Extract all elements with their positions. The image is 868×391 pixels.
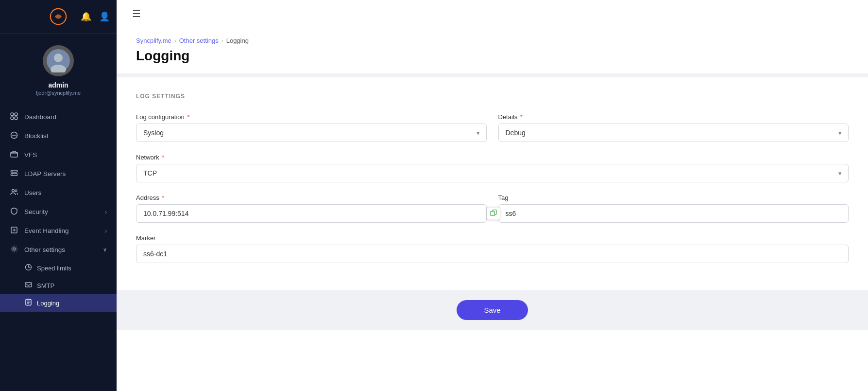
user-profile-icon[interactable]: 👤	[98, 10, 111, 23]
user-email: fjodr@syncplify.me	[36, 90, 81, 96]
sidebar-item-other-settings[interactable]: Other settings ∨	[0, 240, 117, 259]
page-title: Logging	[117, 46, 868, 73]
sidebar-item-blocklist[interactable]: Blocklist	[0, 126, 117, 145]
section-divider	[117, 73, 868, 77]
other-settings-icon	[10, 245, 18, 254]
log-config-select[interactable]: Syslog File Database	[136, 124, 487, 142]
sidebar: 🔔 👤 admin fjodr@syncplify.me Dashboard B…	[0, 0, 117, 391]
sidebar-item-dashboard[interactable]: Dashboard	[0, 107, 117, 126]
tag-input[interactable]	[498, 204, 849, 223]
sidebar-item-security[interactable]: Security ›	[0, 202, 117, 221]
svg-point-4	[11, 113, 14, 116]
users-icon	[10, 188, 18, 197]
sidebar-item-event-handling[interactable]: Event Handling ›	[0, 221, 117, 240]
blocklist-label: Blocklist	[24, 132, 49, 140]
svg-point-15	[12, 190, 15, 192]
smtp-icon	[24, 281, 32, 290]
save-bar: Save	[117, 290, 868, 330]
dashboard-icon	[10, 112, 18, 122]
users-label: Users	[24, 189, 41, 196]
log-config-details-row: Log configuration * Syslog File Database	[136, 113, 849, 142]
marker-group: Marker	[136, 234, 849, 263]
main-area: ☰ Syncplify.me › Other settings › Loggin…	[117, 0, 868, 391]
security-chevron-icon: ›	[105, 209, 107, 215]
details-label: Details *	[498, 113, 849, 121]
hamburger-button[interactable]: ☰	[128, 6, 145, 21]
tag-label: Tag	[498, 194, 849, 201]
address-input-wrapper	[136, 204, 487, 223]
breadcrumb-parent[interactable]: Other settings	[179, 37, 219, 44]
breadcrumb-sep-1: ›	[174, 37, 176, 44]
sidebar-item-users[interactable]: Users	[0, 183, 117, 202]
svg-point-14	[12, 174, 13, 175]
marker-input[interactable]	[136, 245, 849, 263]
logging-label: Logging	[37, 300, 59, 307]
log-config-group: Log configuration * Syslog File Database	[136, 113, 487, 142]
other-settings-chevron-icon: ∨	[103, 247, 107, 253]
network-row: Network * TCP UDP	[136, 154, 849, 182]
dashboard-label: Dashboard	[24, 113, 56, 121]
section-label: LOG SETTINGS	[136, 93, 849, 100]
user-name: admin	[48, 81, 68, 89]
sidebar-item-vfs[interactable]: VFS	[0, 145, 117, 164]
blocklist-icon	[10, 131, 18, 141]
logging-icon	[24, 299, 32, 307]
address-copy-button[interactable]	[487, 207, 500, 220]
network-select[interactable]: TCP UDP	[136, 164, 849, 182]
marker-label: Marker	[136, 234, 849, 242]
svg-point-2	[54, 53, 63, 62]
sidebar-action-icons: 🔔 👤	[80, 10, 111, 23]
security-icon	[10, 207, 18, 216]
form-section: LOG SETTINGS Log configuration * Syslog …	[117, 77, 868, 290]
svg-point-6	[11, 117, 14, 120]
tag-group: Tag	[498, 194, 849, 223]
breadcrumb-current: Logging	[226, 37, 249, 44]
notification-icon[interactable]: 🔔	[80, 10, 92, 23]
save-button[interactable]: Save	[457, 300, 528, 320]
breadcrumb-home[interactable]: Syncplify.me	[136, 37, 171, 44]
sidebar-item-ldap[interactable]: LDAP Servers	[0, 164, 117, 183]
breadcrumb: Syncplify.me › Other settings › Logging	[117, 27, 868, 46]
details-select-wrapper: Debug Info Warning Error	[498, 124, 849, 142]
network-select-wrapper: TCP UDP	[136, 164, 849, 182]
ldap-label: LDAP Servers	[24, 170, 66, 178]
details-group: Details * Debug Info Warning Error	[498, 113, 849, 142]
other-settings-label: Other settings	[24, 246, 65, 253]
topbar: ☰	[117, 0, 868, 27]
ldap-icon	[10, 169, 18, 178]
avatar	[43, 45, 74, 76]
event-handling-label: Event Handling	[24, 227, 69, 234]
svg-point-16	[15, 190, 17, 192]
svg-point-5	[15, 113, 17, 116]
address-input[interactable]	[136, 204, 487, 223]
network-label: Network *	[136, 154, 849, 161]
sidebar-header: 🔔 👤	[0, 0, 117, 34]
svg-rect-25	[491, 212, 494, 216]
vfs-icon	[10, 150, 18, 160]
marker-row: Marker	[136, 234, 849, 263]
sidebar-sub-item-speed-limits[interactable]: Speed limits	[0, 259, 117, 277]
speed-limits-label: Speed limits	[37, 265, 71, 272]
log-config-select-wrapper: Syslog File Database	[136, 124, 487, 142]
details-select[interactable]: Debug Info Warning Error	[498, 124, 849, 142]
event-handling-chevron-icon: ›	[105, 228, 107, 234]
sidebar-user: admin fjodr@syncplify.me	[0, 34, 117, 104]
event-handling-icon	[10, 226, 18, 235]
content-inner: Syncplify.me › Other settings › Logging …	[117, 27, 868, 391]
breadcrumb-sep-2: ›	[221, 37, 223, 44]
smtp-label: SMTP	[37, 282, 54, 289]
svg-point-7	[15, 117, 17, 120]
app-logo	[50, 8, 67, 25]
sidebar-sub-item-logging[interactable]: Logging	[0, 294, 117, 312]
svg-point-18	[13, 248, 16, 250]
address-group: Address *	[136, 194, 487, 223]
svg-point-13	[12, 171, 13, 172]
log-config-label: Log configuration *	[136, 113, 487, 121]
sidebar-sub-item-smtp[interactable]: SMTP	[0, 277, 117, 294]
address-tag-row: Address * Tag	[136, 194, 849, 223]
network-group: Network * TCP UDP	[136, 154, 849, 182]
content: Syncplify.me › Other settings › Logging …	[117, 27, 868, 391]
security-label: Security	[24, 208, 48, 215]
speed-limits-icon	[24, 264, 32, 272]
svg-rect-20	[25, 283, 32, 287]
